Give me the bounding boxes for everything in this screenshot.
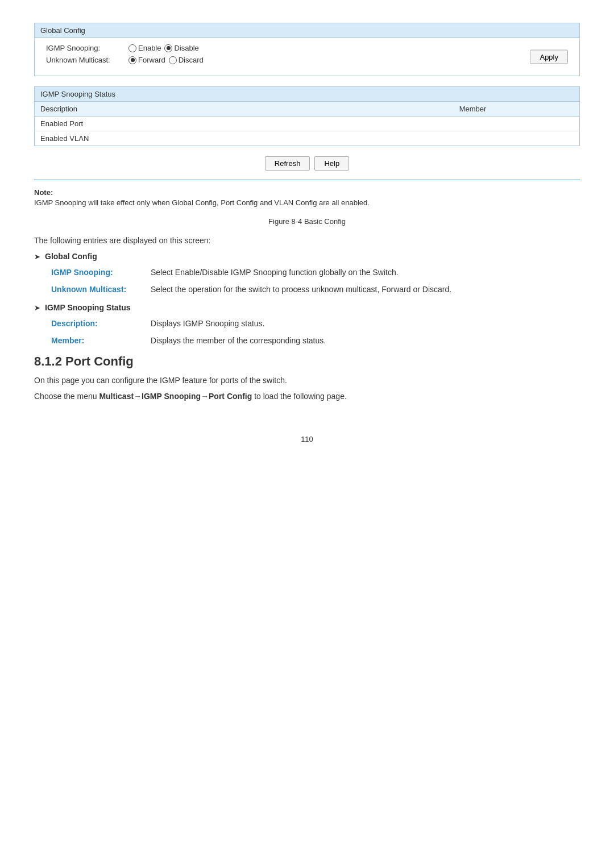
global-config-section-heading: ➤ Global Config <box>34 252 580 261</box>
global-config-section-title: Global Config <box>45 252 97 261</box>
def-desc: Select the operation for the switch to p… <box>151 285 580 294</box>
row-member <box>366 117 579 131</box>
igmp-status-box: IGMP Snooping Status Description Member … <box>34 86 580 146</box>
igmp-snooping-row: IGMP Snooping: Enable Disable <box>46 44 568 52</box>
igmp-status-header: IGMP Snooping Status <box>35 87 579 102</box>
global-config-def-table: IGMP Snooping:Select Enable/Disable IGMP… <box>51 268 580 294</box>
unknown-multicast-radio-group: Forward Discard <box>128 56 204 64</box>
def-row: IGMP Snooping:Select Enable/Disable IGMP… <box>51 268 580 277</box>
igmp-snooping-label: IGMP Snooping: <box>46 44 128 52</box>
arrow-icon-2: ➤ <box>34 304 40 312</box>
unknown-multicast-label: Unknown Multicast: <box>46 56 128 64</box>
igmp-status-def-table: Description:Displays IGMP Snooping statu… <box>51 319 580 345</box>
port-config-title: 8.1.2 Port Config <box>34 354 580 369</box>
global-config-header: Global Config <box>35 23 579 38</box>
col-member: Member <box>366 102 579 117</box>
status-table-header-row: Description Member <box>35 102 579 117</box>
unknown-forward-radio[interactable]: Forward <box>128 56 165 64</box>
def-desc: Displays the member of the corresponding… <box>151 336 580 345</box>
port-config-para1: On this page you can configure the IGMP … <box>34 376 580 385</box>
unknown-discard-label: Discard <box>179 56 204 64</box>
port-config-para2-suffix: to load the following page. <box>252 392 347 401</box>
row-description: Enabled VLAN <box>35 131 366 146</box>
port-config-para2-prefix: Choose the menu <box>34 392 99 401</box>
igmp-disable-radio[interactable]: Disable <box>164 44 198 52</box>
unknown-discard-circle <box>169 56 177 64</box>
def-desc: Displays IGMP Snooping status. <box>151 319 580 328</box>
note-text: IGMP Snooping will take effect only when… <box>34 198 580 207</box>
help-button[interactable]: Help <box>314 156 349 171</box>
igmp-enable-label: Enable <box>138 44 161 52</box>
global-config-box: Global Config IGMP Snooping: Enable Disa… <box>34 23 580 76</box>
def-row: Unknown Multicast:Select the operation f… <box>51 285 580 294</box>
divider <box>34 180 580 180</box>
note-title: Note: <box>34 188 580 197</box>
def-row: Member:Displays the member of the corres… <box>51 336 580 345</box>
unknown-discard-radio[interactable]: Discard <box>169 56 204 64</box>
def-term: Member: <box>51 336 151 345</box>
igmp-enable-circle <box>128 44 136 52</box>
igmp-enable-radio[interactable]: Enable <box>128 44 161 52</box>
intro-text: The following entries are displayed on t… <box>34 236 580 245</box>
igmp-status-table: Description Member Enabled PortEnabled V… <box>35 102 579 146</box>
igmp-disable-circle <box>164 44 172 52</box>
col-description: Description <box>35 102 366 117</box>
def-term: Description: <box>51 319 151 328</box>
unknown-forward-label: Forward <box>138 56 165 64</box>
row-description: Enabled Port <box>35 117 366 131</box>
note-section: Note: IGMP Snooping will take effect onl… <box>34 188 580 207</box>
def-desc: Select Enable/Disable IGMP Snooping func… <box>151 268 580 277</box>
unknown-forward-circle <box>128 56 136 64</box>
apply-button[interactable]: Apply <box>530 50 568 64</box>
global-config-body: IGMP Snooping: Enable Disable Unknown Mu… <box>35 38 579 76</box>
unknown-multicast-row: Unknown Multicast: Forward Discard <box>46 56 568 64</box>
igmp-disable-dot <box>167 46 171 50</box>
page-number: 110 <box>34 435 580 443</box>
refresh-button[interactable]: Refresh <box>265 156 310 171</box>
port-config-para2: Choose the menu Multicast→IGMP Snooping→… <box>34 392 580 401</box>
igmp-status-section-title: IGMP Snooping Status <box>45 303 131 312</box>
port-config-para2-bold: Multicast→IGMP Snooping→Port Config <box>99 392 252 401</box>
def-term: IGMP Snooping: <box>51 268 151 277</box>
status-table-body: Enabled PortEnabled VLAN <box>35 117 579 146</box>
row-member <box>366 131 579 146</box>
def-term: Unknown Multicast: <box>51 285 151 294</box>
table-row: Enabled Port <box>35 117 579 131</box>
arrow-icon-1: ➤ <box>34 252 40 261</box>
unknown-forward-dot <box>131 58 135 62</box>
igmp-snooping-radio-group: Enable Disable <box>128 44 199 52</box>
igmp-status-section-heading: ➤ IGMP Snooping Status <box>34 303 580 312</box>
table-row: Enabled VLAN <box>35 131 579 146</box>
def-row: Description:Displays IGMP Snooping statu… <box>51 319 580 328</box>
igmp-disable-label: Disable <box>174 44 198 52</box>
button-row: Refresh Help <box>34 156 580 171</box>
figure-caption: Figure 8-4 Basic Config <box>34 217 580 226</box>
